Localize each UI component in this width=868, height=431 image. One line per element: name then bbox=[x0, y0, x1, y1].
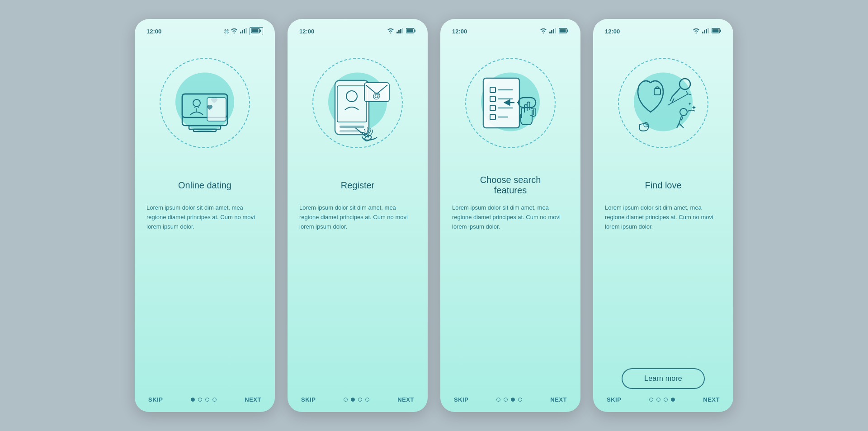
battery-icon-1 bbox=[250, 27, 263, 35]
dot-4-2 bbox=[656, 398, 660, 402]
svg-text:✦: ✦ bbox=[691, 104, 697, 111]
svg-text:@: @ bbox=[373, 91, 381, 100]
title-1: Online dating bbox=[178, 173, 231, 197]
svg-rect-46 bbox=[704, 30, 705, 33]
time-3: 12:00 bbox=[452, 28, 467, 35]
title-3: Choose search features bbox=[480, 173, 541, 197]
status-icons-1: ⌘ bbox=[224, 27, 263, 35]
illustration-3 bbox=[461, 40, 560, 166]
time-4: 12:00 bbox=[605, 28, 620, 35]
bottom-nav-1: SKIP NEXT bbox=[145, 396, 265, 403]
skip-button-4[interactable]: SKIP bbox=[607, 396, 621, 403]
wifi-icon-2 bbox=[387, 27, 394, 35]
status-icons-3 bbox=[540, 27, 569, 35]
body-1: Lorem ipsum dolor sit dim amet, mea regi… bbox=[145, 203, 265, 298]
svg-rect-24 bbox=[340, 130, 360, 132]
svg-rect-33 bbox=[567, 30, 569, 32]
wifi-icon-3 bbox=[540, 27, 547, 35]
next-button-1[interactable]: NEXT bbox=[245, 396, 261, 403]
signal-icon-1 bbox=[240, 28, 247, 35]
skip-button-3[interactable]: SKIP bbox=[454, 396, 468, 403]
time-1: 12:00 bbox=[146, 28, 161, 35]
bottom-nav-3: SKIP NEXT bbox=[450, 396, 571, 403]
dot-2-2 bbox=[351, 398, 355, 402]
svg-rect-13 bbox=[396, 32, 398, 33]
body-4: Lorem ipsum dolor sit dim amet, mea regi… bbox=[603, 203, 723, 361]
screen-2: 12:00 bbox=[288, 19, 428, 412]
signal-icon-4 bbox=[702, 27, 709, 35]
skip-button-2[interactable]: SKIP bbox=[301, 396, 316, 403]
learn-more-button[interactable]: Learn more bbox=[622, 368, 705, 389]
svg-rect-3 bbox=[245, 28, 247, 33]
body-2: Lorem ipsum dolor sit dim amet, mea regi… bbox=[297, 203, 418, 298]
dot-3-2 bbox=[504, 398, 508, 402]
svg-rect-18 bbox=[415, 30, 416, 32]
dot-2-3 bbox=[358, 398, 362, 402]
dot-3-4 bbox=[518, 398, 522, 402]
screen-1: 12:00 ⌘ bbox=[135, 19, 275, 412]
wifi-icon-1: ⌘ bbox=[224, 28, 238, 35]
wifi-icon-4 bbox=[693, 27, 700, 35]
dot-4-4 bbox=[671, 398, 675, 402]
illustration-4: ✦ ✦ bbox=[613, 40, 713, 166]
illustration-2: @ bbox=[308, 40, 407, 166]
dot-2-4 bbox=[365, 398, 369, 402]
dot-3-3 bbox=[511, 398, 515, 402]
dot-1-3 bbox=[205, 398, 209, 402]
time-2: 12:00 bbox=[299, 28, 314, 35]
status-bar-4: 12:00 bbox=[603, 27, 723, 35]
svg-rect-51 bbox=[712, 29, 719, 33]
svg-rect-6 bbox=[252, 29, 259, 33]
svg-rect-48 bbox=[708, 28, 709, 33]
dot-4-3 bbox=[664, 398, 668, 402]
skip-button-1[interactable]: SKIP bbox=[148, 396, 163, 403]
dots-4 bbox=[649, 398, 675, 402]
battery-icon-3 bbox=[559, 27, 569, 35]
svg-rect-2 bbox=[244, 29, 245, 33]
svg-rect-14 bbox=[398, 30, 400, 33]
svg-rect-15 bbox=[400, 29, 401, 33]
screen-4: 12:00 bbox=[593, 19, 733, 412]
svg-rect-5 bbox=[260, 30, 261, 32]
svg-rect-19 bbox=[407, 29, 413, 33]
dot-4-1 bbox=[649, 398, 653, 402]
status-icons-2 bbox=[387, 27, 416, 35]
next-button-4[interactable]: NEXT bbox=[703, 396, 720, 403]
search-features-icon bbox=[465, 58, 556, 148]
battery-icon-4 bbox=[712, 27, 722, 35]
svg-rect-29 bbox=[551, 30, 552, 33]
svg-rect-28 bbox=[549, 32, 551, 33]
body-3: Lorem ipsum dolor sit dim amet, mea regi… bbox=[450, 203, 571, 298]
svg-rect-10 bbox=[193, 129, 216, 131]
status-bar-2: 12:00 bbox=[297, 27, 418, 35]
status-bar-3: 12:00 bbox=[450, 27, 571, 35]
bottom-nav-4: SKIP NEXT bbox=[603, 396, 723, 403]
dot-1-4 bbox=[212, 398, 217, 402]
svg-point-11 bbox=[193, 99, 200, 107]
find-love-icon: ✦ ✦ bbox=[618, 58, 708, 148]
dot-1-1 bbox=[191, 398, 195, 402]
svg-rect-1 bbox=[242, 30, 243, 33]
svg-rect-16 bbox=[402, 28, 403, 33]
next-button-3[interactable]: NEXT bbox=[550, 396, 567, 403]
illustration-1 bbox=[155, 40, 255, 166]
svg-rect-31 bbox=[555, 28, 556, 33]
register-icon: @ bbox=[315, 58, 401, 148]
svg-rect-52 bbox=[654, 89, 660, 95]
next-button-2[interactable]: NEXT bbox=[397, 396, 414, 403]
signal-icon-2 bbox=[396, 27, 404, 35]
dot-2-1 bbox=[344, 398, 348, 402]
svg-point-53 bbox=[679, 79, 690, 89]
status-icons-4 bbox=[693, 27, 722, 35]
svg-line-54 bbox=[671, 88, 680, 98]
dot-1-2 bbox=[198, 398, 202, 402]
online-dating-icon bbox=[164, 62, 245, 144]
svg-point-57 bbox=[680, 108, 687, 116]
bottom-nav-2: SKIP NEXT bbox=[297, 396, 418, 403]
screens-container: 12:00 ⌘ bbox=[135, 19, 733, 412]
svg-rect-30 bbox=[553, 29, 554, 33]
dot-3-1 bbox=[496, 398, 500, 402]
svg-text:✦: ✦ bbox=[688, 102, 692, 106]
battery-icon-2 bbox=[406, 27, 416, 35]
status-bar-1: 12:00 ⌘ bbox=[145, 27, 265, 35]
